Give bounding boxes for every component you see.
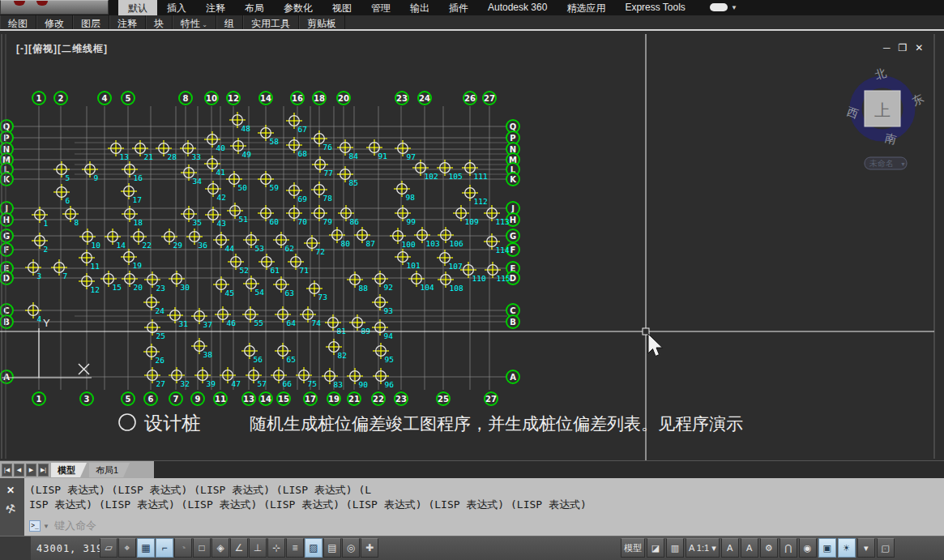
- pile-symbol[interactable]: 48: [229, 112, 250, 133]
- pile-symbol[interactable]: 36: [186, 229, 207, 250]
- pile-symbol[interactable]: 72: [304, 235, 325, 256]
- ribbon-panel-修改[interactable]: 修改: [36, 15, 73, 29]
- pile-symbol[interactable]: 75: [296, 367, 317, 388]
- pile-symbol[interactable]: 94: [372, 319, 393, 340]
- pile-symbol[interactable]: 10: [79, 229, 100, 250]
- sheet-nav-button[interactable]: |◀: [2, 464, 12, 477]
- pile-symbol[interactable]: 103: [414, 227, 440, 248]
- grid-display-toggle[interactable]: ▦: [137, 538, 155, 558]
- pile-symbol[interactable]: 28: [156, 140, 177, 161]
- restore-icon[interactable]: ❐: [899, 42, 908, 53]
- ribbon-panel-剪贴板[interactable]: 剪贴板: [299, 15, 345, 29]
- pile-symbol[interactable]: 69: [286, 182, 307, 203]
- chevron-down-icon[interactable]: ▼: [731, 4, 737, 15]
- pile-symbol[interactable]: 14: [105, 229, 126, 250]
- ribbon-tab-插入[interactable]: 插入: [157, 0, 196, 15]
- minimize-icon[interactable]: ─: [883, 42, 891, 53]
- ribbon-tab-视图[interactable]: 视图: [322, 0, 361, 15]
- ribbon-tab-布局[interactable]: 布局: [235, 0, 274, 15]
- pile-symbol[interactable]: 106: [438, 227, 463, 248]
- pile-symbol[interactable]: 7: [51, 259, 67, 280]
- selection-cycling-toggle[interactable]: ◎: [342, 538, 360, 558]
- toolbar-lock-button[interactable]: ⋂: [780, 538, 797, 558]
- ortho-mode-toggle[interactable]: ⌐: [156, 538, 173, 558]
- pile-symbol[interactable]: 110: [460, 262, 486, 283]
- pile-symbol[interactable]: 4: [25, 302, 42, 323]
- transparency-toggle[interactable]: ▨: [305, 538, 322, 558]
- quick-view-layouts-button[interactable]: ◪: [647, 538, 664, 558]
- pile-symbol[interactable]: 21: [132, 140, 153, 161]
- pile-symbol[interactable]: 29: [161, 229, 182, 250]
- pile-symbol[interactable]: 80: [329, 227, 350, 248]
- pile-symbol[interactable]: 68: [286, 137, 307, 158]
- tab-model[interactable]: 模型: [51, 463, 87, 477]
- pile-symbol[interactable]: 78: [311, 182, 332, 203]
- pile-symbol[interactable]: 87: [354, 227, 375, 248]
- pile-symbol[interactable]: 19: [121, 249, 142, 270]
- pile-symbol[interactable]: 104: [408, 271, 434, 292]
- ribbon-tab-Autodesk 360[interactable]: Autodesk 360: [478, 0, 557, 15]
- ribbon-tab-精选应用[interactable]: 精选应用: [557, 0, 615, 15]
- pile-symbol[interactable]: 73: [306, 280, 327, 301]
- tab-layout[interactable]: 布局1: [89, 463, 130, 477]
- command-prompt-icon[interactable]: >_: [29, 520, 41, 532]
- pile-symbol[interactable]: 51: [227, 203, 248, 224]
- pile-symbol[interactable]: 88: [347, 271, 368, 293]
- pile-symbol[interactable]: 13: [108, 140, 129, 161]
- pile-symbol[interactable]: 20: [122, 271, 143, 292]
- annotation-monitor-toggle[interactable]: ✚: [361, 538, 378, 558]
- ribbon-panel-图层[interactable]: 图层: [73, 15, 109, 29]
- pile-symbol[interactable]: 67: [286, 113, 307, 134]
- pile-symbol[interactable]: 100: [390, 228, 416, 249]
- close-icon[interactable]: ✕: [915, 42, 923, 53]
- pile-symbol[interactable]: 27: [144, 367, 165, 388]
- polar-tracking-toggle[interactable]: ◔: [174, 538, 192, 558]
- infer-constraints-toggle[interactable]: ▱: [100, 538, 117, 558]
- object-snap-toggle[interactable]: □: [193, 538, 211, 558]
- command-line-area[interactable]: ✕ ⚒ (LISP 表达式) (LISP 表达式) (LISP 表达式) (LI…: [0, 478, 944, 536]
- ribbon-panel-块[interactable]: 块: [146, 15, 173, 29]
- pile-symbol[interactable]: 81: [325, 314, 346, 336]
- lineweight-toggle[interactable]: ≡: [286, 538, 304, 558]
- annotation-scale-button[interactable]: A 1:1 ▾: [686, 538, 720, 558]
- annotation-autoscale-button[interactable]: A: [741, 538, 758, 558]
- pile-symbol[interactable]: 105: [437, 160, 463, 181]
- pile-symbol[interactable]: 18: [122, 206, 143, 227]
- ribbon-tab-Express Tools[interactable]: Express Tools: [615, 0, 694, 15]
- dynamic-input-toggle[interactable]: ⊹: [267, 538, 285, 558]
- pile-symbol[interactable]: 30: [169, 271, 190, 292]
- pile-symbol[interactable]: 41: [204, 156, 225, 177]
- hardware-acceleration-button[interactable]: ◉: [799, 538, 817, 558]
- chevron-down-icon[interactable]: ⌄: [200, 21, 207, 28]
- viewcube-south-label[interactable]: 南: [884, 131, 898, 147]
- pile-symbol[interactable]: 11: [79, 250, 100, 271]
- chevron-down-icon[interactable]: ▼: [900, 161, 906, 167]
- sheet-nav-button[interactable]: ▶|: [38, 464, 49, 477]
- pile-symbol[interactable]: 89: [349, 314, 370, 336]
- pile-symbol[interactable]: 15: [100, 271, 122, 292]
- pile-symbol[interactable]: 107: [437, 250, 463, 271]
- pile-symbol[interactable]: 95: [373, 343, 394, 364]
- pile-symbol[interactable]: 56: [241, 343, 263, 364]
- pile-symbol[interactable]: 38: [191, 338, 212, 359]
- pile-symbol[interactable]: 42: [205, 181, 226, 202]
- pile-symbol[interactable]: 115: [485, 262, 510, 283]
- pile-symbol[interactable]: 93: [372, 294, 393, 315]
- quick-view-drawings-button[interactable]: ▥: [666, 538, 684, 558]
- pile-symbol[interactable]: 83: [322, 368, 343, 389]
- sheet-nav-button[interactable]: ▶: [26, 464, 36, 477]
- isolate-objects-button[interactable]: ☀: [838, 538, 856, 558]
- snap-mode-toggle[interactable]: ⌖: [118, 538, 136, 558]
- pile-symbol[interactable]: 43: [205, 207, 226, 228]
- pile-symbol[interactable]: 111: [462, 160, 488, 181]
- ribbon-tab-管理[interactable]: 管理: [361, 0, 400, 15]
- command-input[interactable]: 键入命令: [54, 519, 96, 533]
- close-icon[interactable]: ✕: [6, 485, 15, 496]
- pile-symbol[interactable]: 34: [181, 165, 202, 186]
- ribbon-tab-参数化[interactable]: 参数化: [274, 0, 322, 15]
- pile-symbol[interactable]: 24: [143, 294, 164, 315]
- pile-symbol[interactable]: 23: [144, 271, 165, 293]
- ribbon-panel-实用工具[interactable]: 实用工具: [243, 15, 299, 29]
- pile-symbol[interactable]: 112: [462, 185, 488, 206]
- dynamic-ucs-toggle[interactable]: ⊥: [249, 538, 267, 558]
